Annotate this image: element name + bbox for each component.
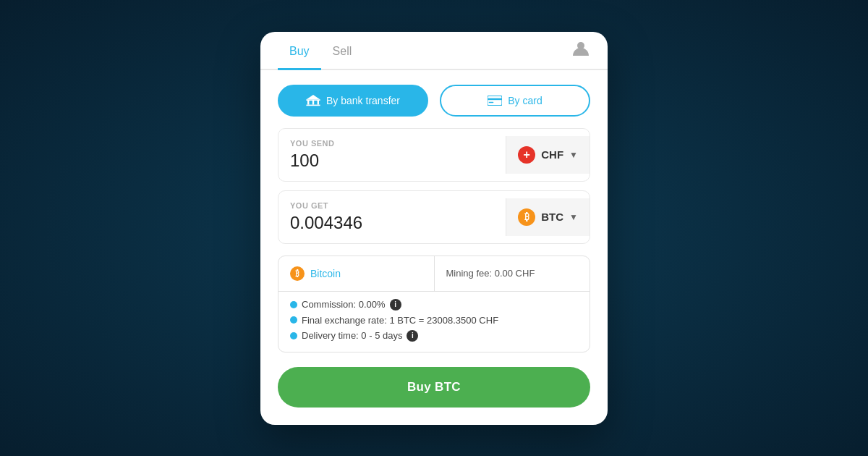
svg-rect-5 (306, 104, 320, 106)
you-send-value[interactable]: 100 (290, 151, 494, 171)
bank-transfer-button[interactable]: By bank transfer (278, 85, 428, 117)
bank-transfer-label: By bank transfer (326, 95, 400, 106)
buy-button-wrap: Buy BTC (260, 367, 608, 425)
commission-label: Commission: 0.00% (302, 299, 386, 310)
buy-btc-button[interactable]: Buy BTC (278, 367, 590, 408)
mining-fee-cell: Mining fee: 0.00 CHF (435, 256, 590, 291)
tab-buy[interactable]: Buy (278, 32, 321, 70)
user-profile-icon[interactable] (571, 39, 590, 61)
delivery-time-row: Delivery time: 0 - 5 days i (290, 330, 578, 342)
btc-icon: ₿ (518, 208, 535, 226)
payment-methods-section: By bank transfer By card (260, 70, 608, 128)
delivery-info-icon[interactable]: i (407, 330, 418, 342)
delivery-time-dot (290, 332, 297, 339)
details-top-row: ₿ Bitcoin Mining fee: 0.00 CHF (278, 256, 590, 291)
bitcoin-cell: ₿ Bitcoin (278, 256, 435, 291)
svg-rect-2 (307, 101, 309, 105)
card-button[interactable]: By card (440, 85, 590, 117)
bitcoin-label: Bitcoin (310, 268, 341, 279)
chf-code: CHF (541, 148, 563, 161)
chf-currency-selector[interactable]: CHF ▼ (506, 136, 590, 174)
you-send-label: YOU SEND (290, 139, 494, 148)
details-section: ₿ Bitcoin Mining fee: 0.00 CHF Commissio… (260, 256, 608, 367)
you-send-row: YOU SEND 100 CHF ▼ (278, 128, 590, 182)
btc-currency-selector[interactable]: ₿ BTC ▼ (506, 198, 590, 236)
commission-row: Commission: 0.00% i (290, 299, 578, 311)
svg-rect-9 (489, 101, 494, 103)
chf-chevron-icon: ▼ (569, 150, 578, 160)
exchange-rate-label: Final exchange rate: 1 BTC = 23008.3500 … (302, 315, 498, 326)
you-get-row: YOU GET 0.004346 ₿ BTC ▼ (278, 190, 590, 244)
btc-code: BTC (541, 211, 563, 223)
currency-fields: YOU SEND 100 CHF ▼ YOU GET 0.004346 ₿ BT… (260, 128, 608, 256)
details-inner: ₿ Bitcoin Mining fee: 0.00 CHF Commissio… (278, 256, 590, 352)
details-list: Commission: 0.00% i Final exchange rate:… (278, 291, 590, 352)
you-get-value[interactable]: 0.004346 (290, 213, 494, 233)
svg-rect-3 (312, 101, 314, 105)
tab-sell[interactable]: Sell (321, 32, 364, 70)
svg-rect-1 (306, 99, 320, 101)
card-label: By card (508, 95, 542, 106)
delivery-time-label: Delivery time: 0 - 5 days (302, 330, 402, 341)
exchange-rate-row: Final exchange rate: 1 BTC = 23008.3500 … (290, 315, 578, 326)
btc-chevron-icon: ▼ (569, 212, 578, 222)
you-get-label: YOU GET (290, 201, 494, 210)
commission-info-icon[interactable]: i (390, 299, 401, 311)
bitcoin-btc-icon: ₿ (290, 266, 305, 281)
svg-marker-6 (306, 95, 320, 99)
mining-fee-label: Mining fee: 0.00 CHF (446, 268, 535, 279)
tabs-bar: Buy Sell (260, 32, 608, 70)
commission-dot (290, 301, 297, 308)
main-card: Buy Sell By bank transfer (260, 32, 608, 425)
svg-rect-7 (488, 96, 502, 105)
exchange-rate-dot (290, 316, 297, 324)
svg-rect-8 (488, 98, 502, 100)
svg-rect-4 (318, 101, 319, 105)
chf-flag-icon (518, 146, 535, 164)
